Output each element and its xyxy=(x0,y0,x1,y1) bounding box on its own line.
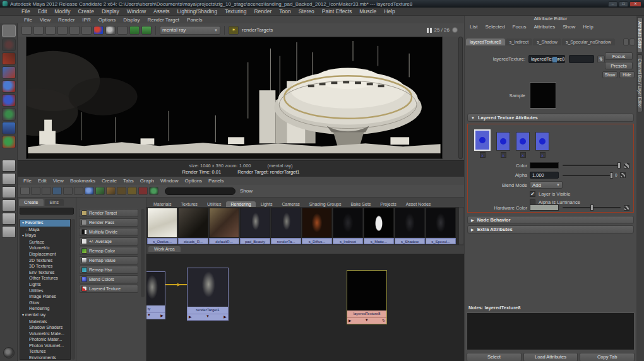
main-menu-item[interactable]: Create xyxy=(74,8,98,15)
render-icon[interactable] xyxy=(21,26,32,35)
layout-persp-graph-button[interactable] xyxy=(2,213,16,225)
snapshot-icon[interactable] xyxy=(81,26,92,35)
category-item[interactable]: Materials xyxy=(20,319,70,325)
create-node-button[interactable]: Multiply Divide xyxy=(79,228,138,236)
attribute-editor-bottom-button[interactable]: Load Attributes xyxy=(523,353,578,361)
node-swatch[interactable]: s_Matte... xyxy=(364,208,394,244)
layout-four-pane-button[interactable] xyxy=(2,173,16,185)
attribute-editor-menu-item[interactable]: Show xyxy=(559,24,579,30)
create-node-button[interactable]: Layered Texture xyxy=(79,285,138,293)
layer-delete-icon[interactable]: × xyxy=(520,152,526,158)
render-image[interactable] xyxy=(26,37,443,159)
category-item[interactable]: Textures xyxy=(20,348,70,355)
create-node-button[interactable]: +/- Average xyxy=(79,237,138,246)
hypershade-tab[interactable]: Cameras xyxy=(277,201,304,207)
main-menu-item[interactable]: Texturing xyxy=(221,8,251,15)
layer-delete-icon[interactable]: × xyxy=(540,152,546,158)
node-swatch[interactable]: defaultR... xyxy=(209,208,239,244)
hardware-color-map-button[interactable] xyxy=(624,205,629,211)
ipr-render-icon[interactable] xyxy=(45,26,56,35)
region-render-icon[interactable] xyxy=(57,26,68,35)
alpha-map-button[interactable] xyxy=(620,172,626,178)
category-item[interactable]: Maya xyxy=(20,232,70,239)
universal-manipulator-tool[interactable] xyxy=(2,108,16,121)
attribute-editor-tab[interactable]: layeredTexture8 xyxy=(466,38,505,45)
create-node-button[interactable]: Blend Colors xyxy=(79,275,138,283)
node-swatch[interactable]: s_Shadow xyxy=(395,208,425,244)
swatch-size-small-icon[interactable] xyxy=(31,187,40,195)
main-menu-item[interactable]: Muscle xyxy=(355,8,380,15)
create-node-button[interactable]: Remap Value xyxy=(79,256,138,264)
node-swatch[interactable]: s_Indirect xyxy=(333,208,363,244)
category-item[interactable]: Rendering xyxy=(20,305,70,312)
layout-hypershade-persp-button[interactable] xyxy=(2,199,16,211)
clear-graph-icon[interactable] xyxy=(128,187,137,195)
node-buttons-scrollbar[interactable] xyxy=(141,209,145,297)
hardware-color-slider[interactable] xyxy=(563,207,621,208)
main-menu-item[interactable]: Display xyxy=(98,8,123,15)
main-menu-item[interactable]: Paint Effects xyxy=(318,8,356,15)
sidebar-vertical-tab[interactable]: Channel Box / Layer Editor xyxy=(637,54,643,112)
hypershade-menu-item[interactable]: Panels xyxy=(205,178,227,184)
attribute-editor-bottom-button[interactable]: Copy Tab xyxy=(580,353,635,361)
category-item[interactable]: Env Textures xyxy=(20,269,70,276)
rearrange-graph-icon[interactable] xyxy=(138,187,148,195)
lasso-select-tool[interactable] xyxy=(2,38,16,51)
main-menu-item[interactable]: Assets xyxy=(150,8,174,15)
render-view-menu-item[interactable]: Panels xyxy=(183,17,206,23)
move-tool[interactable] xyxy=(2,66,16,79)
layout-custom-button[interactable] xyxy=(2,226,16,238)
document-icon[interactable] xyxy=(20,187,30,195)
node-expand-arrow-icon[interactable]: ▼ xyxy=(365,318,369,324)
hypershade-menu-item[interactable]: Edit xyxy=(35,178,50,184)
category-item[interactable]: mental ray xyxy=(20,312,70,319)
category-item[interactable]: Surface xyxy=(20,239,70,246)
node-expand-arrow-icon[interactable]: ▼ xyxy=(206,314,210,320)
layered-texture-attributes-section[interactable]: ▼ Layered Texture Attributes xyxy=(467,114,634,122)
sidebar-vertical-tab[interactable]: Attribute Editor xyxy=(637,17,643,53)
notes-textarea[interactable] xyxy=(467,312,635,350)
create-bins-tab[interactable]: Bins xyxy=(45,199,64,206)
render-view-scrollbar[interactable] xyxy=(458,37,463,159)
color-map-button[interactable] xyxy=(624,163,629,169)
layer-swatch[interactable] xyxy=(496,132,510,151)
swatch-size-large-icon[interactable] xyxy=(52,187,62,195)
render-view-menu-item[interactable]: Render Target xyxy=(144,17,184,23)
layer-visible-checkbox[interactable]: ✔ xyxy=(530,191,535,197)
render-view-menu-item[interactable]: View xyxy=(36,17,54,23)
category-item[interactable]: Environments xyxy=(20,355,70,360)
tab-scroll-left-button[interactable] xyxy=(623,38,629,45)
hypershade-menu-item[interactable]: View xyxy=(50,178,67,184)
hypershade-menu-item[interactable]: Create xyxy=(98,178,120,184)
category-item[interactable]: Utilities xyxy=(20,288,70,294)
hypershade-tab[interactable]: Lights xyxy=(256,201,277,207)
main-menu-item[interactable]: Toon xyxy=(275,8,294,15)
node-input-arrow-icon[interactable]: ▶ xyxy=(189,314,192,320)
node-pad-beauty[interactable]: ty ▶ ▼ ▶ xyxy=(146,271,165,319)
attribute-editor-menu-item[interactable]: Focus xyxy=(509,24,530,30)
create-bins-tab[interactable]: Create xyxy=(19,199,44,206)
render-view-menu-item[interactable]: Options xyxy=(95,17,120,23)
soft-modification-tool[interactable] xyxy=(2,122,16,134)
ipr-refresh-icon[interactable] xyxy=(141,26,152,35)
layer-swatch[interactable] xyxy=(474,129,491,151)
hypershade-tab[interactable]: Asset Nodes xyxy=(402,201,436,207)
hide-button[interactable]: Hide xyxy=(619,71,635,78)
node-swatch[interactable]: clouds_R... xyxy=(178,208,208,244)
render-settings-icon[interactable] xyxy=(129,26,140,35)
alpha-display-icon[interactable] xyxy=(105,26,116,35)
redo-render-icon[interactable] xyxy=(33,26,44,35)
category-item[interactable]: 2D Textures xyxy=(20,257,70,264)
hypershade-tab[interactable]: Utilities xyxy=(203,201,226,207)
node-swatch[interactable]: pad_Beauty xyxy=(240,208,270,244)
layer-swatch[interactable] xyxy=(516,132,530,151)
create-node-button[interactable]: Remap Color xyxy=(79,247,138,255)
paint-select-tool[interactable] xyxy=(2,52,16,65)
show-button[interactable]: Show xyxy=(602,71,617,78)
hypershade-menu-item[interactable]: File xyxy=(20,178,35,184)
node-name-field[interactable]: layeredTexture8 xyxy=(528,55,565,63)
presets-button[interactable]: Presets xyxy=(605,62,633,69)
category-item[interactable]: 3D Textures xyxy=(20,263,70,269)
scale-tool[interactable] xyxy=(2,94,16,107)
hypershade-menu-item[interactable]: Options xyxy=(182,178,206,184)
